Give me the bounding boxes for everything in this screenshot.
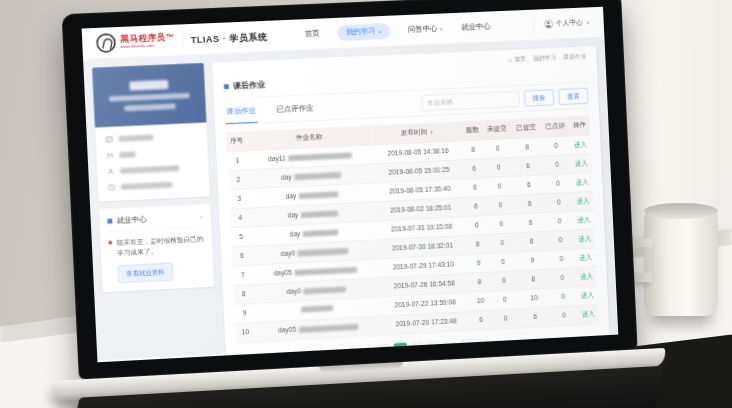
group-icon xyxy=(106,151,114,159)
laptop-screen: 黑马程序员™ www.itheima.com TLIAS · 学员系统 首页我的… xyxy=(82,7,619,363)
table-cell: 2019-07-20 17:23:48 xyxy=(380,311,472,335)
blurred-class-line xyxy=(109,93,190,102)
enter-link[interactable]: 进入 xyxy=(578,235,591,243)
laptop-bezel: 黑马程序员™ www.itheima.com TLIAS · 学员系统 首页我的… xyxy=(62,0,638,379)
menu-item-1[interactable]: 首页 xyxy=(305,29,320,39)
enter-link[interactable]: 进入 xyxy=(576,197,589,205)
table-cell: 1 xyxy=(227,150,248,170)
action-cell: 进入 xyxy=(578,305,598,325)
enter-link[interactable]: 进入 xyxy=(581,291,594,299)
red-dot-icon xyxy=(108,241,112,245)
homework-name-prefix: day xyxy=(281,173,292,181)
blurred-profile-value xyxy=(121,182,173,190)
profile-card xyxy=(92,63,210,202)
table-cell: 0 xyxy=(487,233,517,253)
table-cell: 9 xyxy=(517,250,547,270)
job-center-header[interactable]: 就业中心 › xyxy=(107,212,203,232)
blurred-homework-name xyxy=(303,229,338,237)
blurred-profile-value xyxy=(119,134,154,141)
homework-name-prefix: day05 xyxy=(274,269,292,277)
view-job-materials-button[interactable]: 查看就业资料 xyxy=(118,263,174,283)
mug-rim xyxy=(644,203,718,219)
blurred-homework-name xyxy=(299,324,359,333)
menu-item-4[interactable]: 就业中心 xyxy=(461,22,491,33)
blurred-homework-name xyxy=(297,248,348,256)
profile-detail-row xyxy=(105,131,198,143)
nav-right: 个人中心 ∨ xyxy=(533,17,590,30)
page-unit-label: 页 xyxy=(483,340,490,349)
chevron-down-icon: ∨ xyxy=(378,29,382,34)
table-cell: 0 xyxy=(541,135,571,155)
table-cell: 2 xyxy=(228,170,249,190)
enter-link[interactable]: 进入 xyxy=(575,159,588,167)
blurred-homework-name xyxy=(301,305,333,312)
table-cell: 0 xyxy=(543,173,573,193)
table-cell: 6 xyxy=(513,156,543,176)
blurred-homework-name xyxy=(299,191,338,199)
enter-link[interactable]: 进入 xyxy=(576,178,589,186)
table-cell: 6 xyxy=(464,158,484,178)
goto-page-input[interactable] xyxy=(462,338,479,352)
chevron-right-icon: › xyxy=(200,212,203,221)
brand-logo[interactable]: 黑马程序员™ www.itheima.com xyxy=(96,31,176,54)
page-number-1[interactable]: 1 xyxy=(394,342,407,355)
blurred-homework-name xyxy=(288,152,352,161)
table-cell: 6 xyxy=(514,175,544,195)
column-header: 题数 xyxy=(462,121,482,141)
menu-item-label: 就业中心 xyxy=(461,22,491,33)
blurred-homework-name xyxy=(294,266,357,275)
prev-page-button[interactable]: ‹ xyxy=(377,343,390,356)
table-cell: 8 xyxy=(468,234,488,254)
itheima-logo-icon xyxy=(96,33,116,53)
laptop: 黑马程序员™ www.itheima.com TLIAS · 学员系统 首页我的… xyxy=(62,0,661,408)
enter-link[interactable]: 进入 xyxy=(582,310,595,318)
sort-icon[interactable]: ▲▼ xyxy=(429,130,433,135)
menu-item-2[interactable]: 我的学习∨ xyxy=(337,23,390,41)
enter-link[interactable]: 进入 xyxy=(579,254,592,262)
table-cell: 6 xyxy=(516,213,546,233)
user-menu[interactable]: 个人中心 xyxy=(556,18,584,29)
table-cell: 5 xyxy=(231,227,252,247)
tab-homework[interactable]: 课后作业 xyxy=(225,98,258,124)
homework-table: 序号作业名称发布时间▲▼题数未提交已提交已点评操作 1day112019-08-… xyxy=(226,116,598,343)
action-cell: 进入 xyxy=(571,153,591,173)
table-cell: 10 xyxy=(235,322,256,342)
enter-link[interactable]: 进入 xyxy=(577,216,590,224)
enter-link[interactable]: 进入 xyxy=(580,272,593,280)
goto-label: 前往 xyxy=(444,341,458,351)
action-cell: 进入 xyxy=(575,229,595,249)
search-button[interactable]: 搜索 xyxy=(524,89,554,106)
enter-link[interactable]: 进入 xyxy=(574,140,587,148)
menu-item-3[interactable]: 问答中心∨ xyxy=(408,24,444,35)
profile-detail-list xyxy=(95,122,210,201)
breadcrumb-item[interactable]: 课后作业 xyxy=(563,53,586,62)
next-page-button[interactable]: › xyxy=(427,341,440,354)
table-cell: 7 xyxy=(232,265,253,285)
homework-name-search-input[interactable] xyxy=(421,91,519,111)
webapp-ui: 黑马程序员™ www.itheima.com TLIAS · 学员系统 首页我的… xyxy=(82,7,618,361)
user-icon xyxy=(107,167,115,175)
breadcrumb-item[interactable]: 我的学习 xyxy=(533,54,556,63)
page-number-2[interactable]: 2 xyxy=(411,341,424,354)
column-header: 操作 xyxy=(569,116,589,136)
table-cell: 0 xyxy=(546,249,576,269)
breadcrumb-separator: · xyxy=(559,55,561,61)
breadcrumb-item[interactable]: 首页 xyxy=(514,55,526,63)
table-cell: 4 xyxy=(230,208,251,228)
action-cell: 进入 xyxy=(572,172,592,192)
profile-header xyxy=(92,63,206,128)
user-icon xyxy=(544,20,553,29)
table-cell: 0 xyxy=(488,252,518,272)
action-cell: 进入 xyxy=(574,210,594,230)
photo-stage: 黑马程序员™ www.itheima.com TLIAS · 学员系统 首页我的… xyxy=(0,0,732,408)
table-cell: 6 xyxy=(232,246,253,266)
table-cell: 9 xyxy=(234,303,255,323)
table-cell: 0 xyxy=(483,138,513,158)
table-cell: 0 xyxy=(485,195,515,215)
blurred-homework-name xyxy=(304,286,347,294)
app-title: TLIAS · 学员系统 xyxy=(190,30,267,45)
table-cell: 0 xyxy=(484,157,514,177)
tab-reviewed-homework[interactable]: 已点评作业 xyxy=(275,96,315,122)
column-header: 已点评 xyxy=(540,117,570,137)
reset-button[interactable]: 重置 xyxy=(558,88,588,105)
